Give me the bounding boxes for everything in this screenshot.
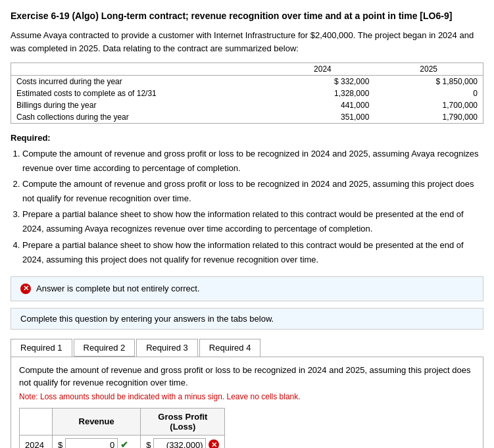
revenue-input-2024[interactable] — [65, 438, 118, 448]
tab-required2[interactable]: Required 2 — [74, 339, 136, 357]
col-header-2025: 2025 — [374, 63, 483, 76]
intro-text: Assume Avaya contracted to provide a cus… — [11, 29, 483, 55]
alert-icon: ✕ — [20, 284, 31, 294]
gross-input-2024[interactable] — [153, 438, 206, 448]
tab-required1[interactable]: Required 1 — [11, 339, 72, 357]
row-3-2024: 351,000 — [270, 111, 374, 124]
alert-text: Answer is complete but not entirely corr… — [36, 284, 200, 293]
tabs-row: Required 1 Required 2 Required 3 Require… — [11, 339, 483, 357]
answer-table: Revenue Gross Profit(Loss) 2024 $ ✔ $ — [19, 408, 225, 448]
row-2-2025: 1,700,000 — [374, 99, 483, 111]
row-label-1: Estimated costs to complete as of 12/31 — [11, 87, 271, 99]
required-section-label: Required: — [11, 133, 483, 143]
row-label-0: Costs incurred during the year — [11, 76, 271, 88]
revenue-check-2024: ✔ — [120, 439, 128, 448]
gross-cell-2024: $ ✕ — [141, 435, 225, 448]
data-table: 2024 2025 Costs incurred during the year… — [11, 62, 483, 124]
row-label-2: Billings during the year — [11, 99, 271, 111]
tab-note: Note: Loss amounts should be indicated w… — [19, 392, 475, 401]
th-year — [20, 408, 53, 435]
row-2-2024: 441,000 — [270, 99, 374, 111]
tab-required4[interactable]: Required 4 — [199, 339, 261, 357]
revenue-cell-2024: $ ✔ — [53, 435, 141, 448]
year-label-2024: 2024 — [20, 435, 53, 448]
row-label-3: Cash collections during the year — [11, 111, 271, 124]
required-item-3: Prepare a partial balance sheet to show … — [22, 207, 483, 236]
row-0-2025: $ 1,850,000 — [374, 76, 483, 88]
th-gross-profit: Gross Profit(Loss) — [141, 408, 225, 435]
required-item-1: Compute the amount of revenue and gross … — [22, 147, 483, 176]
row-3-2025: 1,790,000 — [374, 111, 483, 124]
revenue-dollar-2024: $ — [58, 440, 62, 448]
gross-dollar-2024: $ — [146, 440, 151, 448]
col-header-2024: 2024 — [270, 63, 374, 76]
row-1-2025: 0 — [374, 87, 483, 99]
gross-x-2024: ✕ — [209, 439, 219, 448]
tab-content-area: Compute the amount of revenue and gross … — [11, 357, 483, 448]
row-1-2024: 1,328,000 — [270, 87, 374, 99]
required-list: Compute the amount of revenue and gross … — [22, 147, 483, 267]
tab-description: Compute the amount of revenue and gross … — [19, 364, 475, 389]
page-title: Exercise 6-19 (Algo) Long-term contract;… — [11, 11, 483, 21]
answer-row-2024: 2024 $ ✔ $ ✕ — [20, 435, 225, 448]
alert-box: ✕ Answer is complete but not entirely co… — [11, 276, 483, 301]
instruction-box: Complete this question by entering your … — [11, 308, 483, 330]
th-revenue: Revenue — [53, 408, 141, 435]
required-item-4: Prepare a partial balance sheet to show … — [22, 238, 483, 267]
tab-required3[interactable]: Required 3 — [136, 339, 198, 357]
required-item-2: Compute the amount of revenue and gross … — [22, 177, 483, 206]
row-0-2024: $ 332,000 — [270, 76, 374, 88]
